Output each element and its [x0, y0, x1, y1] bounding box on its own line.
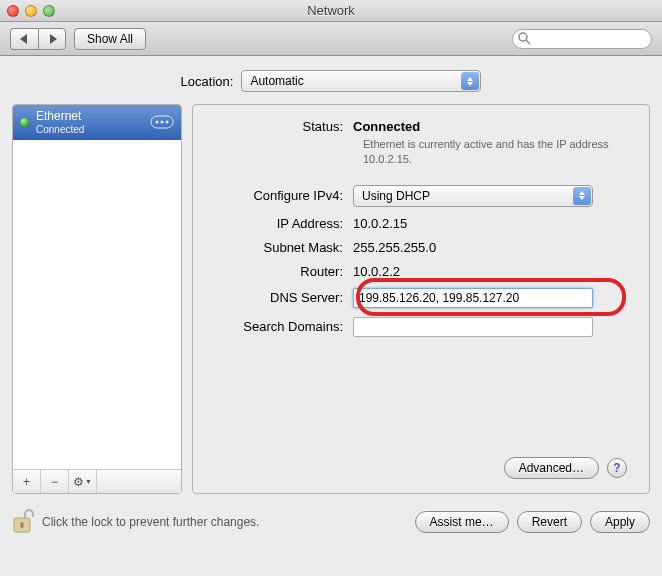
search-icon	[518, 32, 531, 47]
select-arrows-icon	[461, 72, 479, 90]
subnet-mask-label: Subnet Mask:	[213, 240, 353, 255]
revert-button[interactable]: Revert	[517, 511, 582, 533]
forward-arrow-icon	[48, 34, 57, 44]
dns-server-label: DNS Server:	[213, 290, 353, 305]
service-status: Connected	[36, 124, 84, 136]
subnet-mask-value: 255.255.255.0	[353, 240, 629, 255]
dns-server-input[interactable]	[353, 288, 593, 308]
footer: Click the lock to prevent further change…	[12, 508, 650, 536]
advanced-button[interactable]: Advanced…	[504, 457, 599, 479]
ethernet-icon	[150, 113, 174, 133]
service-info: Ethernet Connected	[36, 110, 84, 135]
help-button[interactable]: ?	[607, 458, 627, 478]
search-domains-input[interactable]	[353, 317, 593, 337]
toolbar: Show All	[0, 22, 662, 56]
ip-address-label: IP Address:	[213, 216, 353, 231]
service-options-button[interactable]: ⚙︎▼	[69, 470, 97, 493]
location-row: Location: Automatic	[12, 70, 650, 92]
status-label: Status:	[213, 119, 353, 134]
forward-button[interactable]	[38, 28, 66, 50]
svg-point-5	[166, 120, 169, 123]
router-label: Router:	[213, 264, 353, 279]
minus-icon: −	[51, 475, 58, 489]
service-name: Ethernet	[36, 110, 84, 124]
apply-button[interactable]: Apply	[590, 511, 650, 533]
lock-text: Click the lock to prevent further change…	[42, 515, 259, 529]
configure-ipv4-value: Using DHCP	[354, 186, 592, 206]
select-arrows-icon	[573, 187, 591, 205]
services-list: Ethernet Connected	[13, 105, 181, 469]
nav-seg	[10, 28, 66, 50]
lock-wrap: Click the lock to prevent further change…	[12, 508, 407, 536]
svg-point-3	[156, 120, 159, 123]
show-all-button[interactable]: Show All	[74, 28, 146, 50]
ip-address-value: 10.0.2.15	[353, 216, 629, 231]
svg-point-4	[161, 120, 164, 123]
help-icon: ?	[613, 461, 620, 475]
unlocked-lock-icon[interactable]	[12, 508, 34, 536]
svg-line-1	[526, 40, 530, 44]
router-value: 10.0.2.2	[353, 264, 629, 279]
configure-ipv4-select[interactable]: Using DHCP	[353, 185, 593, 207]
remove-service-button[interactable]: −	[41, 470, 69, 493]
add-service-button[interactable]: +	[13, 470, 41, 493]
status-value: Connected	[353, 119, 629, 134]
location-select[interactable]: Automatic	[241, 70, 481, 92]
gear-icon: ⚙︎	[73, 475, 84, 489]
plus-icon: +	[23, 475, 30, 489]
configure-ipv4-label: Configure IPv4:	[213, 188, 353, 203]
svg-rect-6	[21, 522, 24, 528]
services-sidebar: Ethernet Connected + − ⚙︎▼	[12, 104, 182, 494]
search-field-wrap	[512, 29, 652, 49]
assist-me-button[interactable]: Assist me…	[415, 511, 509, 533]
search-input[interactable]	[512, 29, 652, 49]
status-description: Ethernet is currently active and has the…	[363, 137, 613, 167]
back-arrow-icon	[20, 34, 29, 44]
sidebar-footer: + − ⚙︎▼	[13, 469, 181, 493]
location-label: Location:	[181, 74, 234, 89]
details-panel: Status: Connected Ethernet is currently …	[192, 104, 650, 494]
back-button[interactable]	[10, 28, 38, 50]
svg-point-0	[519, 33, 527, 41]
search-domains-label: Search Domains:	[213, 319, 353, 334]
titlebar: Network	[0, 0, 662, 22]
chevron-down-icon: ▼	[85, 478, 92, 485]
status-dot-icon	[20, 118, 29, 127]
service-item-ethernet[interactable]: Ethernet Connected	[13, 105, 181, 140]
location-value: Automatic	[242, 71, 480, 91]
window-title: Network	[0, 3, 662, 18]
